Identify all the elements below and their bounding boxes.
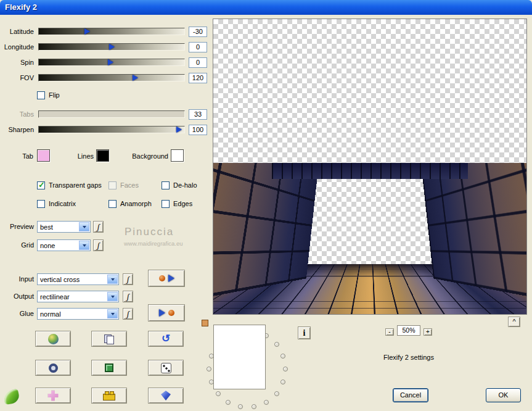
settings-label: Flexify 2 settings	[366, 354, 452, 361]
ok-button[interactable]: OK	[486, 388, 521, 402]
rendered-horizon	[272, 163, 468, 179]
tabs-label: Tabs	[0, 110, 34, 118]
lines-color-swatch[interactable]	[96, 149, 109, 162]
edges-checkbox[interactable]	[162, 200, 170, 208]
caret-button[interactable]: ^	[508, 317, 520, 327]
tab-swatch-label: Tab	[0, 152, 33, 160]
sphere-icon	[48, 334, 59, 344]
zoom-in-button[interactable]: +	[424, 328, 432, 336]
output-random-button[interactable]: ʃ	[123, 291, 133, 302]
glue-preset-button[interactable]	[148, 304, 185, 322]
ring-button[interactable]	[35, 360, 71, 376]
longitude-value[interactable]: 0	[189, 42, 207, 52]
tabs-slider	[38, 110, 185, 118]
flaming-pear-logo-icon[interactable]	[2, 389, 20, 405]
glue-dropdown[interactable]: normal	[37, 308, 119, 320]
check-icon: ✓	[38, 180, 45, 189]
gem-button[interactable]	[148, 388, 184, 404]
preview-image	[213, 163, 526, 314]
blue-arrow-icon	[168, 275, 174, 282]
grid-dropdown-label: Grid	[0, 241, 34, 249]
preview-dropdown[interactable]: best	[37, 221, 91, 233]
title-bar[interactable]: Flexify 2	[0, 0, 532, 15]
faces-label: Faces	[120, 181, 139, 189]
cancel-button[interactable]: Cancel	[393, 388, 428, 402]
lines-swatch-label: Lines	[74, 152, 94, 160]
tabs-value[interactable]: 33	[189, 109, 207, 120]
green-square-icon	[105, 363, 113, 372]
sharpen-value[interactable]: 100	[189, 125, 207, 135]
slider-thumb[interactable]	[108, 59, 113, 65]
sphere-button[interactable]	[35, 331, 71, 347]
tab-color-swatch[interactable]	[37, 149, 50, 162]
indicatrix-checkbox[interactable]	[37, 200, 45, 208]
preview-canvas[interactable]	[213, 19, 527, 315]
slider-thumb[interactable]	[133, 75, 138, 81]
longitude-slider[interactable]	[38, 43, 185, 51]
slider-thumb[interactable]	[176, 127, 182, 133]
green-square-button[interactable]	[91, 360, 127, 376]
transparent-gaps-checkbox[interactable]: ✓	[37, 181, 45, 189]
spin-value[interactable]: 0	[189, 57, 207, 68]
preview-dropdown-value: best	[40, 223, 53, 231]
longitude-label: Longitude	[0, 43, 34, 51]
transparent-gaps-label: Transparent gaps	[49, 181, 102, 189]
zoom-out-button[interactable]: -	[385, 328, 394, 336]
output-dropdown[interactable]: rectilinear	[37, 291, 119, 302]
watermark-url: www.maidiregrafica.eu	[124, 240, 183, 247]
background-color-swatch[interactable]	[171, 149, 184, 162]
dice-button[interactable]	[148, 360, 184, 376]
dehalo-checkbox[interactable]	[162, 181, 170, 189]
output-dropdown-value: rectilinear	[40, 293, 70, 301]
slider-thumb[interactable]	[109, 44, 115, 50]
anamorph-label: Anamorph	[120, 200, 152, 208]
fov-value[interactable]: 120	[189, 73, 207, 83]
sharpen-slider[interactable]	[38, 126, 185, 133]
dropdown-arrow-icon[interactable]	[107, 275, 118, 284]
info-button[interactable]: i	[298, 326, 311, 339]
anamorph-checkbox[interactable]	[108, 200, 117, 208]
spin-slider[interactable]	[38, 59, 185, 66]
dropdown-arrow-icon[interactable]	[79, 241, 89, 250]
spin-label: Spin	[0, 59, 34, 67]
cross-button[interactable]	[35, 388, 71, 404]
indicatrix-label: Indicatrix	[49, 200, 76, 208]
input-random-button[interactable]: ʃ	[123, 273, 133, 285]
orange-sphere-icon	[168, 310, 174, 316]
flip-label: Flip	[49, 91, 60, 99]
glue-random-button[interactable]: ʃ	[123, 308, 133, 320]
dropdown-arrow-icon[interactable]	[107, 309, 118, 318]
dropdown-arrow-icon[interactable]	[79, 222, 89, 231]
undo-button[interactable]: ↺	[148, 331, 184, 347]
preview-random-button[interactable]: ʃ	[93, 221, 104, 233]
grid-dropdown[interactable]: none	[37, 239, 91, 251]
output-dropdown-label: Output	[0, 293, 34, 301]
grid-random-button[interactable]: ʃ	[93, 239, 104, 251]
dropdown-arrow-icon[interactable]	[107, 292, 118, 301]
gem-icon	[161, 391, 171, 401]
sharpen-label: Sharpen	[0, 126, 34, 134]
grid-dropdown-value: none	[40, 242, 55, 249]
preview-dropdown-label: Preview	[0, 223, 34, 231]
copy-icon	[104, 334, 114, 344]
fov-slider[interactable]	[38, 74, 185, 81]
dice-icon	[161, 363, 171, 373]
watermark-name: Pinuccia	[125, 226, 174, 238]
latitude-label: Latitude	[0, 28, 34, 36]
flip-checkbox[interactable]	[37, 91, 45, 99]
slider-thumb[interactable]	[84, 28, 90, 35]
latitude-value[interactable]: -30	[189, 27, 207, 37]
input-dropdown[interactable]: vertical cross	[37, 273, 119, 285]
glue-dropdown-value: normal	[40, 310, 61, 318]
flexify-dialog: Flexify 2 Latitude -30 Longitude 0 Spin …	[0, 0, 532, 411]
blue-arrow-icon	[159, 309, 165, 317]
selection-marker	[202, 320, 208, 326]
copy-button[interactable]	[91, 331, 127, 347]
fov-label: FOV	[0, 74, 34, 82]
undo-icon: ↺	[162, 334, 170, 344]
pink-cross-icon	[48, 391, 59, 401]
dehalo-label: De-halo	[173, 181, 197, 189]
latitude-slider[interactable]	[38, 28, 185, 35]
input-preset-button[interactable]	[148, 270, 185, 287]
brick-button[interactable]	[91, 388, 127, 404]
